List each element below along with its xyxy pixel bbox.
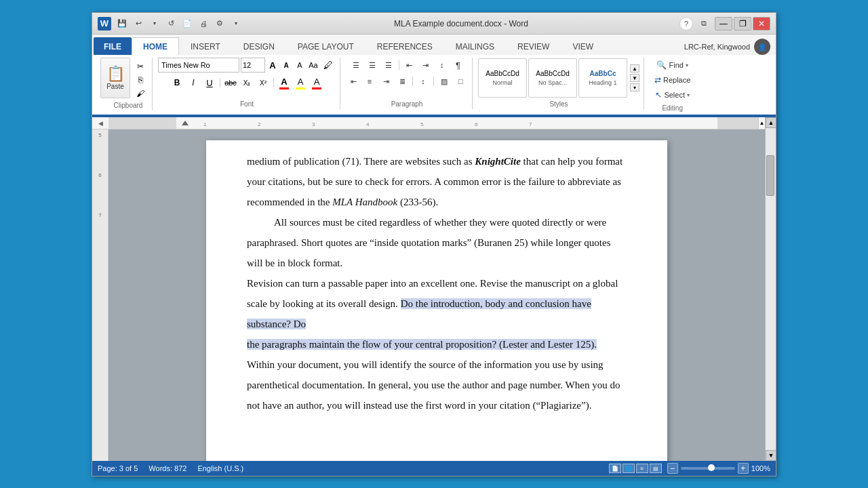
close-button[interactable]: ✕ [753,17,770,30]
font-size-input[interactable] [241,58,265,73]
scroll-down-button[interactable]: ▼ [766,450,776,461]
view-print-button[interactable]: 📄 [609,464,621,473]
style-normal-button[interactable]: AaBbCcDd Normal [478,58,527,98]
font-row2: B I U abc X₂ X² A A [170,74,324,92]
replace-button[interactable]: ⇄ Replace [650,73,695,87]
zoom-control: − + 100% [667,463,770,474]
change-case-button[interactable]: Aa [307,59,319,71]
justify-button[interactable]: ≣ [395,74,410,89]
style-heading1-button[interactable]: AaBbCc Heading 1 [578,58,627,98]
increase-indent-button[interactable]: ⇥ [418,58,433,73]
text-color-button[interactable]: A [309,74,324,92]
line-spacing-button[interactable]: ↕ [416,74,431,89]
bullets-button[interactable]: ☰ [349,58,363,73]
zoom-out-button[interactable]: − [667,463,678,474]
undo-dropdown[interactable]: ▾ [148,18,161,30]
indent-marker[interactable] [182,119,189,125]
paste-button[interactable]: 📋 Paste [100,58,130,98]
open-button[interactable]: 📄 [180,18,194,30]
tab-design[interactable]: DESIGN [232,37,286,55]
ribbon-content: 📋 Paste ✂ ⎘ 🖌 Clipboard A A [92,55,776,115]
multilevel-button[interactable]: ☰ [381,58,396,73]
styles-scroll-up[interactable]: ▲ [630,64,639,73]
ruler-collapse-button[interactable]: ▲ [758,117,765,129]
status-bar: Page: 3 of 5 Words: 872 English (U.S.) 📄… [92,461,776,476]
language: English (U.S.) [197,464,243,472]
restore-button[interactable]: ⧉ [697,18,711,30]
highlight-color-button[interactable]: 🖊 [321,59,336,71]
collapse-panel-button[interactable]: ◀ [92,117,108,129]
select-label: Select [664,91,685,99]
cut-button[interactable]: ✂ [133,60,148,73]
tab-insert[interactable]: INSERT [179,37,232,55]
clipboard-group: 📋 Paste ✂ ⎘ 🖌 Clipboard [96,58,153,110]
help-button[interactable]: ? [679,17,693,30]
copy-button[interactable]: ⎘ [133,74,148,86]
highlight-button[interactable]: A [293,74,308,92]
view-draft-button[interactable]: ▤ [650,464,662,473]
more-button[interactable]: ▾ [229,18,243,30]
font-grow-button[interactable]: A [267,59,279,71]
find-dropdown-arrow: ▾ [686,62,688,68]
tab-home[interactable]: HOME [132,37,179,55]
customize-button[interactable]: ⚙ [213,18,226,30]
view-outline-button[interactable]: ≡ [636,464,648,473]
print-button[interactable]: 🖨 [197,18,210,30]
underline-button[interactable]: U [202,75,217,90]
align-right-button[interactable]: ⇥ [378,74,393,89]
replace-label: Replace [663,76,690,84]
normal-preview: AaBbCcDd [486,70,519,78]
scroll-thumb[interactable] [766,155,774,196]
undo-button[interactable]: ↩ [132,18,145,30]
styles-expand[interactable]: ▾ [630,83,639,92]
font-shrink-button[interactable]: A [280,59,292,71]
paragraph-2: All sources must be cited regardless of … [247,212,627,273]
subscript-button[interactable]: X₂ [239,75,254,90]
borders-button[interactable]: □ [453,74,468,89]
bold-button[interactable]: B [170,75,184,90]
replace-icon: ⇄ [654,75,661,85]
restore-button[interactable]: ❐ [734,17,751,30]
clear-format-button[interactable]: A [294,59,306,71]
font-color-button[interactable]: A [277,74,292,92]
scroll-track[interactable] [766,128,776,450]
show-hide-button[interactable]: ¶ [451,58,466,73]
tab-review[interactable]: REVIEW [506,37,561,55]
align-center-button[interactable]: ≡ [362,74,377,89]
para-row2: ⇤ ≡ ⇥ ≣ ↕ ▨ □ [346,74,468,89]
sort-button[interactable]: ↕ [435,58,450,73]
shading-button[interactable]: ▨ [437,74,452,89]
numbering-button[interactable]: ☰ [365,58,380,73]
title-bar-controls: — ❐ ✕ [715,17,770,30]
view-web-button[interactable]: 🌐 [623,464,635,473]
page-wrapper[interactable]: medium of publication (71). There are we… [108,129,765,461]
tab-view[interactable]: VIEW [561,37,605,55]
app-window: W 💾 ↩ ▾ ↺ 📄 🖨 ⚙ ▾ MLA Example document.d… [92,12,776,476]
font-family-input[interactable] [158,58,239,73]
align-left-button[interactable]: ⇤ [346,74,361,89]
styles-scroll-down[interactable]: ▼ [630,74,639,82]
find-button[interactable]: 🔍 Find ▾ [652,58,692,73]
strikethrough-button[interactable]: abc [223,75,238,90]
decrease-indent-button[interactable]: ⇤ [402,58,417,73]
tab-references[interactable]: REFERENCES [366,37,444,55]
italic-button[interactable]: I [186,75,201,90]
title-bar: W 💾 ↩ ▾ ↺ 📄 🖨 ⚙ ▾ MLA Example document.d… [92,13,776,35]
style-no-spacing-button[interactable]: AaBbCcDd No Spac... [528,58,577,98]
zoom-thumb[interactable] [708,464,715,471]
word-count: Words: 872 [149,464,186,472]
font-label: Font [154,100,340,108]
format-painter-button[interactable]: 🖌 [133,87,148,100]
superscript-button[interactable]: X² [256,75,271,90]
save-button[interactable]: 💾 [115,18,129,30]
tab-file[interactable]: FILE [94,37,132,55]
minimize-button[interactable]: — [715,17,732,30]
tab-mailings[interactable]: MAILINGS [444,37,506,55]
ribbon: FILE HOME INSERT DESIGN PAGE LAYOUT REFE… [92,35,776,117]
redo-button[interactable]: ↺ [164,18,178,30]
scroll-up-button[interactable]: ▲ [766,117,776,128]
zoom-slider[interactable] [681,467,735,470]
tab-page-layout[interactable]: PAGE LAYOUT [286,37,366,55]
zoom-in-button[interactable]: + [738,463,749,474]
select-button[interactable]: ↖ Select ▾ [650,87,694,102]
